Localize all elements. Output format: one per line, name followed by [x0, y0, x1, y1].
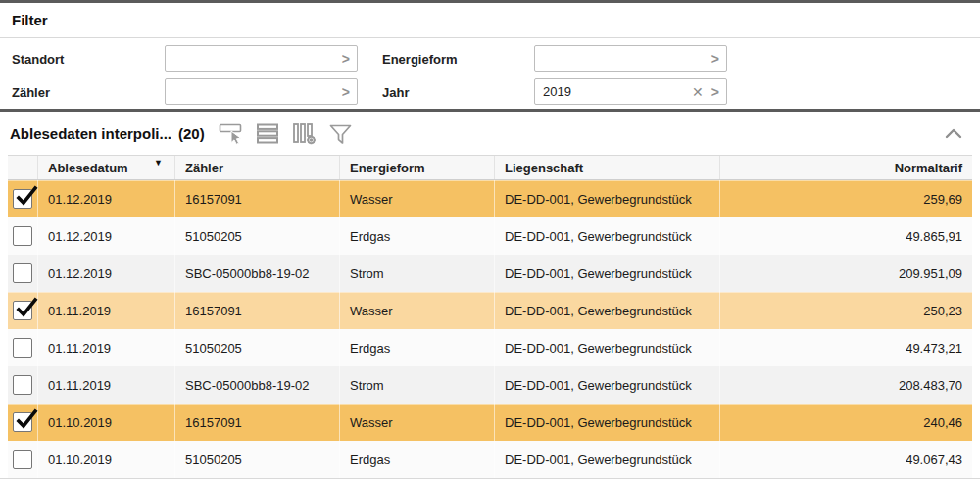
row-checkbox-cell — [8, 366, 37, 404]
row-checkbox-cell — [8, 292, 37, 329]
cell-zaehler: 51050205 — [174, 217, 339, 255]
sort-descending-icon: ▼ — [154, 159, 165, 168]
column-header-liegenschaft[interactable]: Liegenschaft — [494, 156, 719, 179]
standort-field[interactable]: > — [165, 45, 358, 72]
table-panel-title: Ablesedaten interpoli... — [10, 125, 172, 142]
rows-icon[interactable] — [255, 120, 282, 146]
filter-form: Standort > Energieform > Zähler > Jahr ✕… — [0, 37, 980, 109]
zaehler-field[interactable]: > — [165, 78, 358, 105]
cell-energieform: Erdgas — [339, 217, 494, 255]
cell-ablesedatum: 01.12.2019 — [37, 255, 174, 292]
table-row[interactable]: 01.12.2019 16157091 Wasser DE-DD-001, Ge… — [8, 180, 972, 217]
filter-panel-title: Filter — [0, 3, 980, 37]
cell-energieform: Erdgas — [339, 329, 494, 366]
jahr-clear-icon[interactable]: ✕ — [692, 85, 704, 99]
cell-normaltarif: 209.951,09 — [719, 255, 972, 292]
table-toolbar — [219, 120, 355, 146]
cell-ablesedatum: 01.11.2019 — [37, 329, 174, 366]
table-panel: Ablesedaten interpoli... (20) — [0, 109, 980, 479]
row-checkbox-cell — [8, 255, 37, 292]
jahr-value-help-icon[interactable]: > — [711, 85, 719, 99]
cell-energieform: Wasser — [339, 404, 494, 441]
cell-energieform: Strom — [339, 255, 494, 292]
table-row[interactable]: 01.11.2019 SBC-05000bb8-19-02 Strom DE-D… — [8, 366, 972, 404]
table-row[interactable]: 01.10.2019 16157091 Wasser DE-DD-001, Ge… — [8, 404, 972, 441]
cell-energieform: Wasser — [339, 180, 494, 217]
row-checkbox-cell — [8, 217, 37, 255]
standort-label: Standort — [12, 51, 165, 67]
row-checkbox[interactable] — [13, 338, 32, 358]
cell-liegenschaft: DE-DD-001, Gewerbegrundstück — [494, 180, 719, 217]
zaehler-input[interactable] — [173, 84, 334, 99]
cell-liegenschaft: DE-DD-001, Gewerbegrundstück — [494, 329, 719, 366]
cell-energieform: Strom — [339, 366, 494, 404]
filter-panel: Filter Standort > Energieform > Zähler >… — [0, 0, 980, 109]
jahr-input[interactable] — [543, 84, 684, 99]
table-header-row: Ablesedatum ▼ Zähler Energieform Liegens… — [8, 155, 972, 180]
column-header-energieform[interactable]: Energieform — [339, 156, 494, 179]
column-settings-icon[interactable] — [291, 120, 318, 146]
cell-zaehler: 16157091 — [174, 404, 339, 441]
cell-liegenschaft: DE-DD-001, Gewerbegrundstück — [494, 292, 719, 329]
cell-energieform: Erdgas — [339, 441, 494, 478]
row-checkbox[interactable] — [13, 301, 32, 320]
cell-ablesedatum: 01.11.2019 — [37, 366, 174, 404]
cell-ablesedatum: 01.11.2019 — [37, 292, 174, 329]
cell-zaehler: 51050205 — [174, 441, 339, 478]
cell-normaltarif: 49.473,21 — [719, 329, 972, 366]
energieform-label: Energieform — [382, 51, 534, 67]
cell-zaehler: 16157091 — [174, 180, 339, 217]
cell-normaltarif: 49.067,43 — [719, 441, 972, 478]
cell-normaltarif: 259,69 — [719, 180, 972, 217]
cell-energieform: Wasser — [339, 292, 494, 329]
cell-liegenschaft: DE-DD-001, Gewerbegrundstück — [494, 255, 719, 292]
standort-value-help-icon[interactable]: > — [342, 52, 350, 66]
table-row[interactable]: 01.12.2019 51050205 Erdgas DE-DD-001, Ge… — [8, 217, 972, 255]
cell-normaltarif: 250,23 — [719, 292, 972, 329]
energieform-field[interactable]: > — [534, 45, 727, 72]
column-header-ablesedatum[interactable]: Ablesedatum ▼ — [37, 156, 174, 179]
row-checkbox[interactable] — [13, 450, 32, 469]
table-row[interactable]: 01.11.2019 51050205 Erdgas DE-DD-001, Ge… — [8, 329, 972, 366]
cell-ablesedatum: 01.10.2019 — [37, 404, 174, 441]
cell-liegenschaft: DE-DD-001, Gewerbegrundstück — [494, 366, 719, 404]
readings-table: Ablesedatum ▼ Zähler Energieform Liegens… — [0, 155, 980, 479]
column-header-zaehler[interactable]: Zähler — [174, 156, 339, 179]
table-row[interactable]: 01.11.2019 16157091 Wasser DE-DD-001, Ge… — [8, 292, 972, 329]
table-row[interactable]: 01.12.2019 SBC-05000bb8-19-02 Strom DE-D… — [8, 255, 972, 292]
row-checkbox[interactable] — [13, 189, 32, 209]
energieform-value-help-icon[interactable]: > — [711, 52, 719, 66]
filter-funnel-icon[interactable] — [327, 120, 355, 146]
zaehler-label: Zähler — [12, 84, 165, 100]
cell-liegenschaft: DE-DD-001, Gewerbegrundstück — [494, 441, 719, 478]
row-checkbox-cell — [8, 180, 37, 217]
energieform-input[interactable] — [543, 51, 704, 66]
row-checkbox[interactable] — [13, 412, 32, 432]
cell-zaehler: SBC-05000bb8-19-02 — [174, 366, 339, 404]
table-panel-header: Ablesedaten interpoli... (20) — [0, 112, 980, 155]
table-row[interactable]: 01.10.2019 51050205 Erdgas DE-DD-001, Ge… — [8, 441, 972, 478]
cell-zaehler: 51050205 — [174, 329, 339, 366]
select-rows-icon[interactable] — [219, 120, 246, 146]
column-header-normaltarif[interactable]: Normaltarif — [719, 156, 972, 179]
cell-normaltarif: 49.865,91 — [719, 217, 972, 255]
cell-normaltarif: 240,46 — [719, 404, 972, 441]
cell-zaehler: 16157091 — [174, 292, 339, 329]
row-checkbox-cell — [8, 404, 37, 441]
jahr-field[interactable]: ✕ > — [534, 78, 727, 105]
row-checkbox[interactable] — [13, 375, 32, 395]
chevron-up-icon[interactable] — [943, 125, 964, 141]
cell-liegenschaft: DE-DD-001, Gewerbegrundstück — [494, 217, 719, 255]
cell-liegenschaft: DE-DD-001, Gewerbegrundstück — [494, 404, 719, 441]
table-body: 01.12.2019 16157091 Wasser DE-DD-001, Ge… — [8, 180, 972, 478]
standort-input[interactable] — [173, 51, 334, 66]
row-checkbox[interactable] — [13, 226, 32, 246]
cell-ablesedatum: 01.10.2019 — [37, 441, 174, 478]
select-all-header — [8, 156, 37, 179]
table-row-count: (20) — [178, 125, 205, 142]
jahr-label: Jahr — [382, 84, 534, 100]
row-checkbox[interactable] — [13, 263, 32, 283]
zaehler-value-help-icon[interactable]: > — [342, 85, 350, 99]
cell-zaehler: SBC-05000bb8-19-02 — [174, 255, 339, 292]
row-checkbox-cell — [8, 441, 37, 478]
